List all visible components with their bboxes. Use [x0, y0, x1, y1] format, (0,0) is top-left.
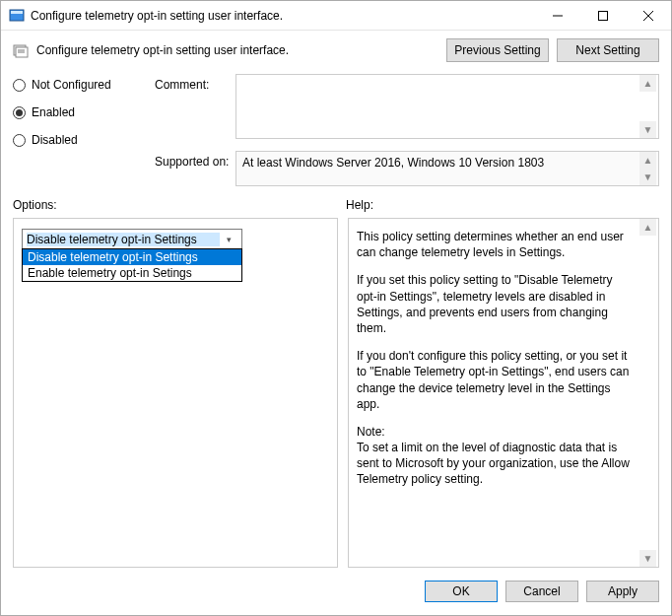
previous-setting-button[interactable]: Previous Setting: [446, 38, 549, 62]
policy-header: Configure telemetry opt-in setting user …: [1, 31, 671, 70]
radio-icon: [13, 106, 26, 119]
scroll-down-icon[interactable]: ▼: [639, 169, 656, 185]
options-combobox[interactable]: Disable telemetry opt-in Settings ▾: [22, 229, 242, 249]
state-radio-group: Not Configured Enabled Disabled: [13, 74, 151, 147]
help-paragraph: If you set this policy setting to "Disab…: [357, 272, 635, 336]
window-controls: [535, 1, 671, 30]
policy-title: Configure telemetry opt-in setting user …: [36, 43, 438, 57]
supported-on-value: At least Windows Server 2016, Windows 10…: [242, 156, 544, 170]
supported-on-box: At least Windows Server 2016, Windows 10…: [235, 151, 659, 186]
radio-enabled[interactable]: Enabled: [13, 105, 151, 119]
form-area: Not Configured Enabled Disabled Comment:…: [1, 70, 671, 192]
radio-label: Enabled: [32, 105, 75, 119]
radio-icon: [13, 134, 26, 147]
supported-label: Supported on:: [155, 151, 232, 186]
next-setting-button[interactable]: Next Setting: [557, 38, 659, 62]
comment-textarea[interactable]: ▲ ▼: [235, 74, 659, 139]
chevron-down-icon: ▾: [220, 230, 237, 248]
scroll-down-icon[interactable]: ▼: [639, 550, 656, 567]
combobox-value: Disable telemetry opt-in Settings: [27, 233, 220, 246]
help-label: Help:: [346, 198, 659, 212]
window-title: Configure telemetry opt-in setting user …: [31, 9, 535, 23]
radio-label: Not Configured: [32, 78, 111, 92]
svg-rect-3: [599, 11, 608, 20]
maximize-button[interactable]: [580, 1, 626, 30]
help-paragraph: To set a limit on the level of diagnosti…: [357, 440, 635, 488]
comment-label: Comment:: [155, 74, 232, 147]
minimize-button[interactable]: [535, 1, 580, 30]
radio-disabled[interactable]: Disabled: [13, 133, 151, 147]
dialog-buttons: OK Cancel Apply: [1, 576, 671, 615]
title-bar: Configure telemetry opt-in setting user …: [1, 1, 671, 31]
ok-button[interactable]: OK: [425, 581, 498, 602]
policy-icon: [13, 42, 29, 58]
help-paragraph: This policy setting determines whether a…: [357, 229, 635, 260]
app-icon: [9, 8, 25, 24]
apply-button[interactable]: Apply: [586, 581, 659, 602]
scroll-up-icon[interactable]: ▲: [639, 75, 656, 92]
scroll-up-icon[interactable]: ▲: [639, 219, 656, 236]
svg-rect-1: [11, 11, 23, 14]
help-pane: This policy setting determines whether a…: [348, 218, 659, 568]
dropdown-item[interactable]: Disable telemetry opt-in Settings: [23, 249, 241, 265]
dropdown-item[interactable]: Enable telemetry opt-in Setings: [23, 265, 241, 281]
content-panes: Disable telemetry opt-in Settings ▾ Disa…: [1, 214, 671, 576]
radio-label: Disabled: [32, 133, 78, 147]
help-paragraph: If you don't configure this policy setti…: [357, 348, 635, 412]
scroll-up-icon[interactable]: ▲: [639, 152, 656, 169]
help-note-label: Note:: [357, 424, 635, 440]
combobox-dropdown: Disable telemetry opt-in Settings Enable…: [22, 248, 242, 282]
close-button[interactable]: [626, 1, 671, 30]
radio-icon: [13, 79, 26, 92]
cancel-button[interactable]: Cancel: [505, 581, 578, 602]
options-label: Options:: [13, 198, 346, 212]
radio-not-configured[interactable]: Not Configured: [13, 78, 151, 92]
options-pane: Disable telemetry opt-in Settings ▾ Disa…: [13, 218, 338, 568]
section-labels: Options: Help:: [1, 192, 671, 214]
dialog-window: Configure telemetry opt-in setting user …: [0, 0, 672, 616]
scroll-down-icon[interactable]: ▼: [639, 121, 656, 138]
